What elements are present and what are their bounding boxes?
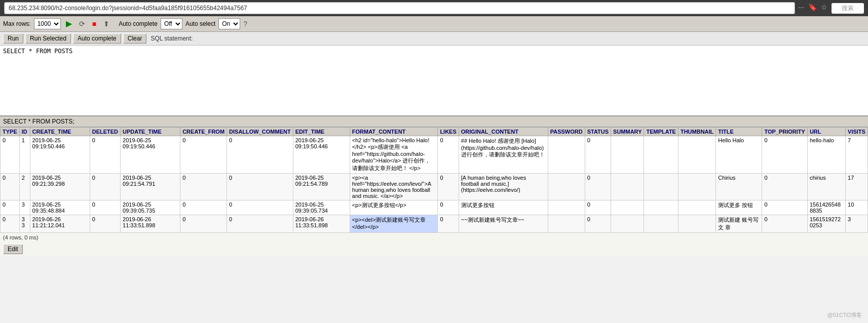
cell-thumbnail bbox=[678, 215, 715, 233]
cell-summary bbox=[611, 136, 644, 174]
col-header-summary: SUMMARY bbox=[611, 128, 644, 136]
cell-create_from: 0 bbox=[180, 174, 227, 200]
cell-likes: 0 bbox=[438, 136, 459, 174]
cell-title: 测试更多 按钮 bbox=[716, 200, 762, 215]
cell-top_priority: 0 bbox=[762, 136, 807, 174]
results-table: TYPEIDCREATE_TIMEDELETEDUPDATE_TIMECREAT… bbox=[0, 127, 868, 233]
cell-edit_time: 2019-06-26 11:33:51.898 bbox=[293, 215, 350, 233]
cell-id: 2 bbox=[19, 174, 30, 200]
cell-title: Chirius bbox=[716, 174, 762, 200]
bookmark-icon[interactable]: 🔖 bbox=[808, 3, 817, 14]
cell-top_priority: 0 bbox=[762, 200, 807, 215]
col-header-deleted: DELETED bbox=[90, 128, 120, 136]
auto-complete-button[interactable]: Auto complete bbox=[73, 33, 121, 44]
cell-url: hello-halo bbox=[807, 136, 845, 174]
col-header-status: STATUS bbox=[585, 128, 611, 136]
cell-template bbox=[644, 200, 678, 215]
cell-visits: 17 bbox=[846, 174, 868, 200]
cell-top_priority: 0 bbox=[762, 174, 807, 200]
more-icon[interactable]: ··· bbox=[798, 3, 804, 14]
auto-select-select[interactable]: On Off bbox=[218, 18, 240, 29]
cell-disallow_comment: 0 bbox=[227, 200, 293, 215]
col-header-update_time: UPDATE_TIME bbox=[121, 128, 180, 136]
help-icon: ? bbox=[243, 20, 247, 28]
search-box[interactable]: 搜索 bbox=[832, 3, 864, 14]
cell-status: 0 bbox=[585, 215, 611, 233]
run-icon-btn[interactable]: ▶ bbox=[64, 18, 74, 29]
cell-summary bbox=[611, 215, 644, 233]
action-bar: Run Run Selected Auto complete Clear SQL… bbox=[0, 32, 868, 46]
auto-select-label: Auto select bbox=[185, 20, 215, 27]
cell-edit_time: 2019-06-25 09:39:05.734 bbox=[293, 200, 350, 215]
cell-visits: 10 bbox=[846, 200, 868, 215]
max-rows-select[interactable]: 1000 bbox=[34, 18, 61, 29]
col-header-top_priority: TOP_PRIORITY bbox=[762, 128, 807, 136]
cell-original_content: ## Hello Halo! 感谢使用 [Halo](https://githu… bbox=[459, 136, 548, 174]
cell-type: 0 bbox=[1, 136, 20, 174]
edit-section: Edit bbox=[0, 242, 868, 256]
auto-complete-select[interactable]: Off On bbox=[161, 18, 182, 29]
cell-id: 33 bbox=[19, 215, 30, 233]
cell-template bbox=[644, 136, 678, 174]
cell-template bbox=[644, 174, 678, 200]
cell-url: 15615192720253 bbox=[807, 215, 845, 233]
cell-disallow_comment: 0 bbox=[227, 174, 293, 200]
cell-format_content: <p>测试更多按钮</p> bbox=[350, 200, 438, 215]
cell-status: 0 bbox=[585, 174, 611, 200]
export-icon-btn[interactable]: ⬆ bbox=[101, 18, 111, 29]
cell-template bbox=[644, 215, 678, 233]
url-bar[interactable]: 68.235.234:8090/h2-console/login.do?jses… bbox=[4, 2, 795, 14]
cell-format_content: <h2 id="hello-halo">Hello Halo!</h2> <p>… bbox=[350, 136, 438, 174]
auto-complete-label: Auto complete bbox=[119, 20, 158, 27]
cell-create_time: 2019-06-25 09:19:50.446 bbox=[30, 136, 90, 174]
cell-id: 3 bbox=[19, 200, 30, 215]
edit-button[interactable]: Edit bbox=[3, 244, 23, 254]
star-icon[interactable]: ☆ bbox=[821, 3, 827, 14]
table-header-row: TYPEIDCREATE_TIMEDELETEDUPDATE_TIMECREAT… bbox=[1, 128, 868, 136]
footer-bar: (4 rows, 0 ms) bbox=[0, 233, 868, 242]
col-header-original_content: ORIGINAL_CONTENT bbox=[459, 128, 548, 136]
col-header-disallow_comment: DISALLOW_COMMENT bbox=[227, 128, 293, 136]
col-header-create_from: CREATE_FROM bbox=[180, 128, 227, 136]
cell-password bbox=[548, 174, 585, 200]
cell-type: 0 bbox=[1, 200, 20, 215]
cell-visits: 3 bbox=[846, 215, 868, 233]
col-header-template: TEMPLATE bbox=[644, 128, 678, 136]
cell-create_time: 2019-06-25 09:35:48.884 bbox=[30, 200, 90, 215]
sql-content: SELECT * FROM POSTS bbox=[3, 48, 865, 55]
clear-button[interactable]: Clear bbox=[123, 33, 147, 44]
cell-title: Hello Halo bbox=[716, 136, 762, 174]
cell-password bbox=[548, 200, 585, 215]
cell-edit_time: 2019-06-25 09:21:54.789 bbox=[293, 174, 350, 200]
cell-original_content: [A human being,who loves football and mu… bbox=[459, 174, 548, 200]
col-header-password: PASSWORD bbox=[548, 128, 585, 136]
table-row: 022019-06-25 09:21:39.29802019-06-25 09:… bbox=[1, 174, 868, 200]
cell-top_priority: 0 bbox=[762, 215, 807, 233]
cell-deleted: 0 bbox=[90, 174, 120, 200]
results-area: SELECT * FROM POSTS; TYPEIDCREATE_TIMEDE… bbox=[0, 116, 868, 256]
run-selected-button[interactable]: Run Selected bbox=[25, 33, 71, 44]
refresh-icon-btn[interactable]: ⟳ bbox=[77, 18, 87, 29]
col-header-title: TITLE bbox=[716, 128, 762, 136]
cell-summary bbox=[611, 174, 644, 200]
max-rows-label: Max rows: bbox=[3, 20, 31, 27]
cell-edit_time: 2019-06-25 09:19:50.446 bbox=[293, 136, 350, 174]
col-header-edit_time: EDIT_TIME bbox=[293, 128, 350, 136]
stop-icon-btn[interactable]: ■ bbox=[90, 18, 98, 29]
cell-url: chirius bbox=[807, 174, 845, 200]
cell-likes: 0 bbox=[438, 215, 459, 233]
cell-format_content: <p><a href="https://eelve.com/levo/">A h… bbox=[350, 174, 438, 200]
table-row: 0332019-06-26 11:21:12.04102019-06-26 11… bbox=[1, 215, 868, 233]
sql-editor[interactable]: SELECT * FROM POSTS bbox=[0, 46, 868, 116]
cell-update_time: 2019-06-25 09:39:05.735 bbox=[121, 200, 180, 215]
cell-deleted: 0 bbox=[90, 136, 120, 174]
col-header-create_time: CREATE_TIME bbox=[30, 128, 90, 136]
table-row: 032019-06-25 09:35:48.88402019-06-25 09:… bbox=[1, 200, 868, 215]
run-button[interactable]: Run bbox=[3, 33, 23, 44]
col-header-id: ID bbox=[19, 128, 30, 136]
cell-summary bbox=[611, 200, 644, 215]
cell-thumbnail bbox=[678, 200, 715, 215]
cell-title: 测试新建 账号写文 章 bbox=[716, 215, 762, 233]
cell-deleted: 0 bbox=[90, 215, 120, 233]
cell-url: 15614265488835 bbox=[807, 200, 845, 215]
